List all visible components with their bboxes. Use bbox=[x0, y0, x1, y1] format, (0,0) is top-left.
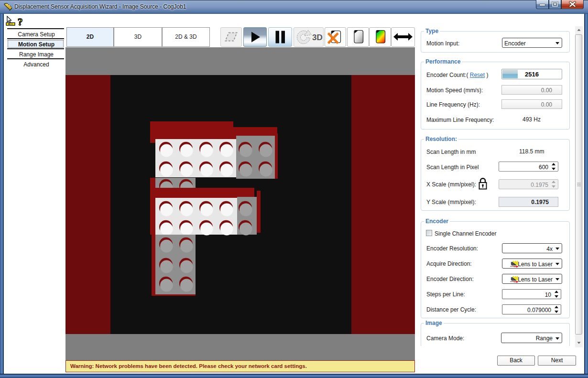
svg-text:?: ? bbox=[18, 16, 23, 27]
svg-text:3D: 3D bbox=[312, 33, 323, 42]
